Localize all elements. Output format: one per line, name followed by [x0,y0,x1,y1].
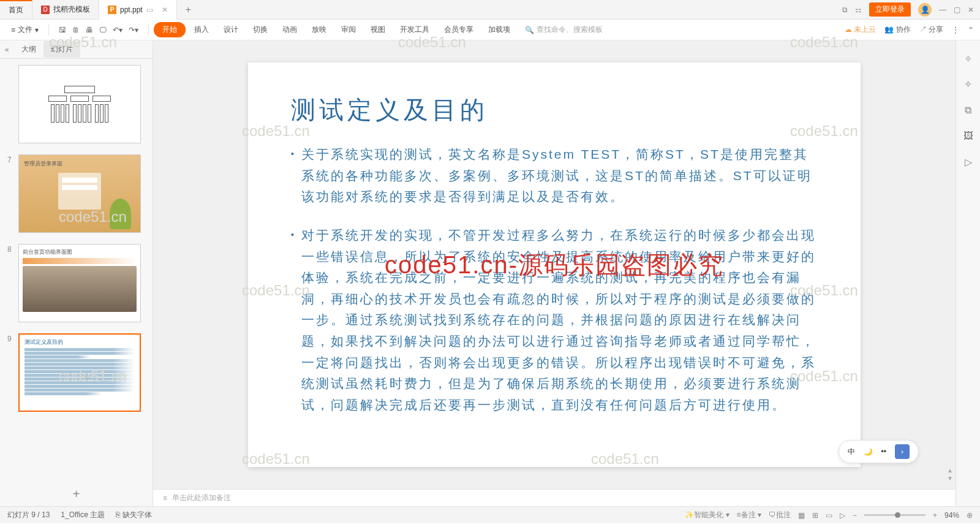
collapse-ribbon-icon[interactable]: ⌃ [968,26,974,34]
menu-animation[interactable]: 动画 [276,22,303,37]
collapse-panel-icon[interactable]: « [0,45,14,54]
thumb-9[interactable]: 测试定义及目的 [18,333,141,412]
menu-transition[interactable]: 切换 [247,22,274,37]
close-icon[interactable]: ✕ [162,6,168,14]
view-slideshow-icon[interactable]: ▷ [840,511,845,520]
menu-show[interactable]: 放映 [306,22,333,37]
save-icon[interactable]: 🖫 [59,26,66,34]
tool-layout-icon[interactable]: ⧉ [965,105,971,116]
ppt-icon: P [108,6,116,14]
bullet-icon: • [291,144,294,208]
notes-icon: ≡ [163,494,167,502]
search-placeholder: 查找命令、搜索模板 [537,25,603,35]
template-label: 找稻壳模板 [53,4,90,15]
tile-icon[interactable]: ⧉ [842,6,848,14]
apps-icon[interactable]: ⚏ [855,6,862,14]
tab-add[interactable]: + [177,0,200,20]
thumb-7-title: 管理员登录界面 [24,160,135,168]
zoom-out-icon[interactable]: − [853,511,857,520]
undo-icon[interactable]: ↶▾ [113,26,123,34]
float-toolbar: 中 🌙 •• › [839,440,919,463]
slide-panel: « 大纲 幻灯片 7 管理员登录界面 [0,40,153,506]
minimize-icon[interactable]: — [939,6,946,14]
menu-view[interactable]: 视图 [364,22,391,37]
menu-vip[interactable]: 会员专享 [438,22,480,37]
tool-play-icon[interactable]: ▷ [965,156,972,168]
collab-button[interactable]: 👥 协作 [884,25,910,35]
print-icon[interactable]: 🖶 [86,26,93,34]
beautify-label: 智能美化 [694,510,723,519]
add-slide-button[interactable]: + [0,482,153,506]
redo-icon[interactable]: ↷▾ [129,26,138,34]
view-sorter-icon[interactable]: ⊞ [812,511,818,520]
menubar: ≡ 文件 ▾ 🖫 🗎 🖶 🖵 ↶▾ ↷▾ 开始 插入 设计 切换 动画 放映 审… [0,20,980,40]
home-label: 首页 [9,5,23,15]
thumb-num: 7 [7,154,18,233]
login-button[interactable]: 立即登录 [869,2,911,17]
maximize-icon[interactable]: ▢ [954,6,960,14]
notes-bar[interactable]: ≡ 单击此处添加备注 [153,489,956,506]
thumb-num [7,65,18,143]
comments-label: 批注 [776,510,791,519]
menu-start[interactable]: 开始 [154,22,186,37]
thumb-7[interactable]: 管理员登录界面 [18,154,141,233]
thumb-num: 8 [7,244,18,322]
menu-addin[interactable]: 加载项 [482,22,516,37]
view-reading-icon[interactable]: ▭ [826,511,832,520]
tool-select-icon[interactable]: ✧ [964,78,972,90]
tool-rocket-icon[interactable]: ⟐ [965,53,971,64]
notes-toggle[interactable]: ≡备注 ▾ [737,510,761,520]
cloud-status[interactable]: ☁ 未上云 [845,25,876,35]
menu-review[interactable]: 审阅 [335,22,362,37]
window-close-icon[interactable]: ✕ [968,6,974,14]
file-label: ppt.ppt [120,6,143,14]
missing-font[interactable]: ⎘ 缺失字体 [116,510,151,520]
ime-cn[interactable]: 中 [848,447,855,457]
menu-design[interactable]: 设计 [217,22,244,37]
dropdown-icon[interactable]: ▭ [146,6,153,14]
menu-devtools[interactable]: 开发工具 [394,22,435,37]
tab-template[interactable]: D 找稻壳模板 [32,0,99,20]
notes-label: 备注 [741,510,756,519]
beautify-button[interactable]: ✨智能美化 ▾ [685,510,729,520]
dots-icon[interactable]: •• [881,447,886,456]
comments-button[interactable]: 🗨批注 [769,510,791,520]
collab-label: 协作 [896,25,911,34]
scroll-up-icon[interactable]: ▲ [947,467,953,474]
thumb-8[interactable]: 前台首页功能界面图 [18,244,141,322]
avatar[interactable]: 👤 [918,3,932,17]
more-icon[interactable]: ⋮ [952,26,959,34]
saveas-icon[interactable]: 🗎 [72,26,80,34]
bullet-icon: • [291,225,294,416]
fit-icon[interactable]: ⊕ [967,511,973,520]
menu-insert[interactable]: 插入 [188,22,215,37]
theme-name[interactable]: 1_Office 主题 [61,510,105,520]
arrow-right-icon[interactable]: › [895,444,910,459]
search-input[interactable]: 🔍 查找命令、搜索模板 [519,25,603,35]
thumb-6[interactable] [18,65,141,143]
share-button[interactable]: ↗ 分享 [919,25,943,35]
slide-canvas[interactable]: 测试定义及目的 • 关于系统实现的测试，英文名称是System TEST，简称S… [248,63,861,467]
moon-icon[interactable]: 🌙 [864,447,873,456]
share-label: 分享 [929,25,943,34]
main-area: 测试定义及目的 • 关于系统实现的测试，英文名称是System TEST，简称S… [153,40,956,506]
bullet-text-1: 关于系统实现的测试，英文名称是System TEST，简称ST，ST是使用完整其… [301,144,818,208]
view-normal-icon[interactable]: ▦ [798,511,805,520]
file-menu[interactable]: ≡ 文件 ▾ [6,23,43,37]
scroll-down-icon[interactable]: ▼ [947,475,953,482]
statusbar: 幻灯片 9 / 13 1_Office 主题 ⎘ 缺失字体 ✨智能美化 ▾ ≡备… [0,506,980,523]
view-outline[interactable]: 大纲 [14,41,43,58]
cloud-label: 未上云 [854,25,876,34]
zoom-in-icon[interactable]: + [933,511,937,520]
tab-home[interactable]: 首页 [0,0,32,20]
zoom-level[interactable]: 94% [944,511,959,520]
tool-image-icon[interactable]: 🖼 [963,131,973,142]
preview-icon[interactable]: 🖵 [99,26,107,34]
view-slides[interactable]: 幻灯片 [43,41,80,58]
zoom-slider[interactable] [864,514,925,516]
slide-title: 测试定义及目的 [291,93,818,127]
tab-file[interactable]: P ppt.ppt ▭ ✕ [99,0,177,20]
thumb-8-title: 前台首页功能界面图 [23,248,137,256]
titlebar: 首页 D 找稻壳模板 P ppt.ppt ▭ ✕ + ⧉ ⚏ 立即登录 👤 — … [0,0,980,20]
thumb-9-title: 测试定义及目的 [24,338,135,347]
